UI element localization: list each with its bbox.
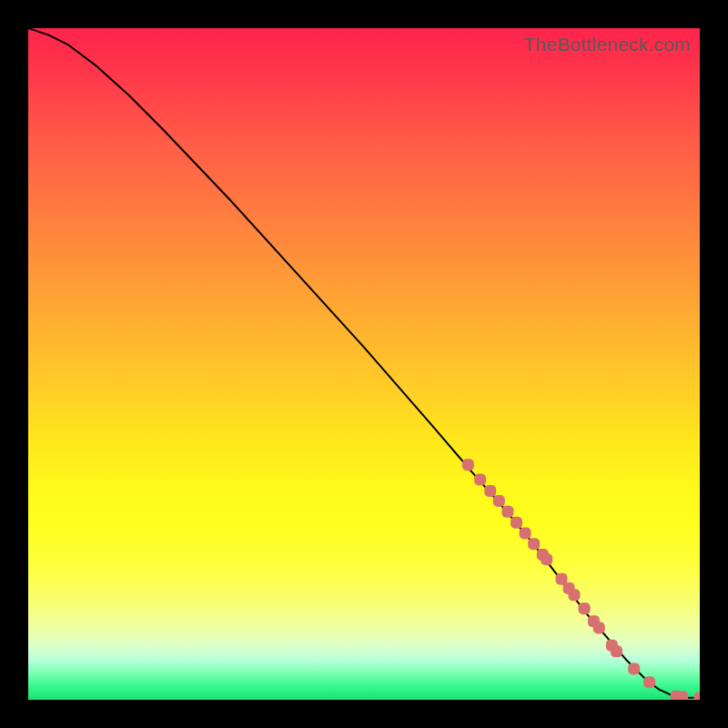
scatter-point (474, 473, 486, 485)
scatter-points-group (462, 459, 700, 700)
scatter-point (501, 506, 513, 518)
scatter-point (643, 676, 655, 688)
scatter-point (611, 645, 622, 657)
scatter-point (628, 663, 640, 675)
scatter-point (520, 527, 531, 539)
scatter-point (579, 602, 591, 614)
chart-svg (28, 28, 700, 700)
scatter-point (676, 692, 688, 700)
scatter-point (541, 553, 552, 565)
scatter-point (511, 517, 522, 529)
scatter-point (568, 589, 580, 601)
scatter-point (493, 495, 505, 507)
scatter-point (484, 485, 496, 497)
scatter-point (694, 692, 701, 700)
plot-area: TheBottleneck.com (28, 28, 700, 700)
chart-frame: TheBottleneck.com (0, 0, 728, 728)
curve-line (28, 28, 700, 698)
scatter-point (528, 538, 540, 550)
scatter-point (593, 622, 605, 634)
scatter-point (462, 459, 474, 470)
